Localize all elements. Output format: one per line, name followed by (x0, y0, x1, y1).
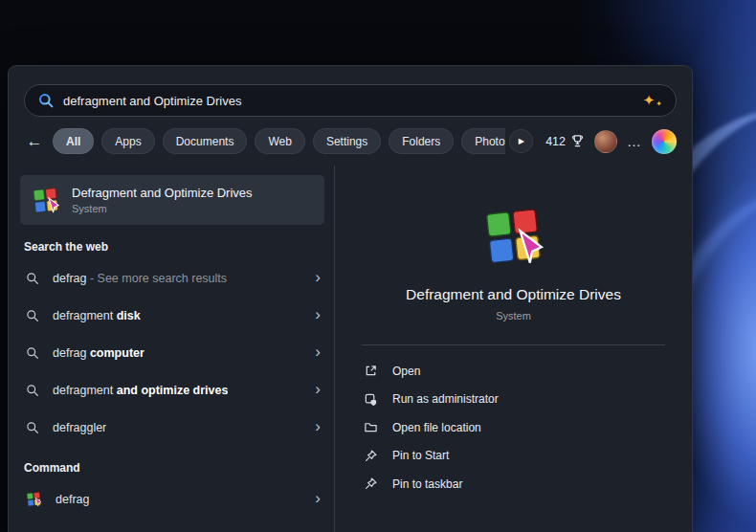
best-match-subtitle: System (72, 203, 253, 214)
command-text: defrag (56, 493, 89, 506)
preview-title: Defragment and Optimize Drives (406, 286, 621, 303)
search-results-area: Defragment and Optimize Drives System Se… (9, 166, 692, 532)
suggestion-bold: disk (117, 309, 141, 322)
search-input[interactable]: defragment and Optimize Drives ✦ ✦ (24, 84, 677, 117)
search-suggestion-icon (26, 309, 39, 322)
web-suggestion[interactable]: defrag - See more search results › (9, 259, 334, 297)
chevron-right-icon[interactable]: › (315, 269, 321, 287)
search-suggestion-icon (26, 346, 39, 360)
admin-shield-icon (364, 392, 378, 407)
defrag-command-icon (26, 491, 42, 507)
chevron-right-icon[interactable]: › (315, 418, 321, 436)
tab-label: Settings (326, 135, 367, 148)
action-pin-to-taskbar[interactable]: Pin to taskbar (364, 470, 663, 499)
header-right-cluster: 412 … (545, 129, 677, 154)
suggestion-prefix: defragment (53, 384, 117, 397)
folder-icon (364, 420, 378, 434)
section-header-command: Command (9, 461, 334, 475)
tab-label: All (66, 135, 80, 148)
preview-actions: Open Run as administrator Open file loca… (335, 355, 692, 500)
tab-label: Photos (475, 135, 505, 148)
sparkle-glyph-small: ✦ (656, 100, 662, 108)
web-suggestion[interactable]: defraggler › (9, 409, 334, 446)
suggestion-prefix: defrag (53, 346, 90, 360)
chevron-right-icon[interactable]: › (315, 344, 321, 362)
preview-divider (362, 344, 665, 345)
pin-icon (364, 449, 378, 463)
tab-photos[interactable]: Photos (461, 128, 505, 154)
command-result[interactable]: defrag › (9, 480, 334, 518)
tab-web[interactable]: Web (255, 128, 304, 154)
rewards-count: 412 (545, 135, 566, 148)
tab-label: Documents (176, 135, 234, 148)
action-label: Pin to taskbar (392, 477, 462, 491)
defrag-app-icon (32, 186, 60, 214)
best-match-result[interactable]: Defragment and Optimize Drives System (20, 175, 324, 225)
search-icon (38, 93, 54, 108)
play-icon: ▶ (519, 137, 524, 145)
tab-all[interactable]: All (53, 128, 94, 154)
web-suggestion[interactable]: defragment and optimize drives › (9, 371, 334, 409)
web-suggestion[interactable]: defrag computer › (9, 334, 334, 371)
trophy-icon (570, 134, 585, 148)
preview-subtitle: System (496, 310, 531, 321)
suggestion-text: defrag - See more search results (53, 272, 227, 285)
more-options-icon[interactable]: … (627, 133, 642, 149)
suggestion-prefix: defraggler (53, 421, 106, 434)
suggestion-prefix: defrag (53, 272, 86, 285)
tabs-overflow-button[interactable]: ▶ (509, 129, 533, 153)
defrag-app-icon-large (482, 204, 545, 267)
action-run-as-admin[interactable]: Run as administrator (364, 386, 663, 414)
tab-settings[interactable]: Settings (313, 128, 381, 154)
action-open-file-location[interactable]: Open file location (364, 413, 663, 442)
command-label: defrag (56, 493, 89, 506)
best-match-title: Defragment and Optimize Drives (72, 186, 253, 200)
tab-label: Apps (115, 135, 141, 148)
search-suggestion-icon (26, 421, 39, 434)
best-match-text: Defragment and Optimize Drives System (72, 186, 253, 214)
tab-label: Web (268, 135, 291, 148)
pin-icon (364, 477, 378, 491)
action-label: Pin to Start (392, 449, 449, 462)
suggestion-prefix: defragment (53, 309, 117, 322)
copilot-icon[interactable] (652, 129, 677, 154)
suggestion-text: defragment disk (53, 309, 141, 322)
action-open[interactable]: Open (364, 357, 663, 386)
search-flyout-window: defragment and Optimize Drives ✦ ✦ ← All… (8, 65, 693, 532)
action-label: Open (392, 365, 420, 378)
chevron-right-icon[interactable]: › (315, 306, 321, 324)
tab-label: Folders (402, 135, 440, 148)
action-label: Open file location (392, 421, 481, 434)
search-query-text[interactable]: defragment and Optimize Drives (63, 94, 634, 108)
suggestion-text: defraggler (53, 421, 106, 434)
results-list: Defragment and Optimize Drives System Se… (9, 166, 335, 532)
suggestion-text: defragment and optimize drives (53, 384, 228, 397)
filter-bar: ← All Apps Documents Web Settings Folder… (9, 117, 692, 166)
preview-pane: Defragment and Optimize Drives System Op… (335, 166, 692, 532)
open-icon (364, 364, 378, 378)
sparkle-glyph: ✦ (643, 93, 656, 107)
suggestion-note: - See more search results (86, 272, 227, 285)
back-arrow-icon[interactable]: ← (24, 132, 45, 151)
tab-folders[interactable]: Folders (389, 128, 454, 154)
suggestion-bold: computer (90, 346, 145, 360)
suggestion-bold: and optimize drives (117, 384, 229, 397)
rewards-counter[interactable]: 412 (545, 134, 585, 148)
search-suggestion-icon (26, 272, 39, 285)
user-avatar[interactable] (594, 130, 617, 153)
search-suggestion-icon (26, 384, 39, 397)
suggestion-text: defrag computer (53, 346, 145, 360)
bing-sparkle-icon[interactable]: ✦ ✦ (643, 93, 662, 108)
action-label: Run as administrator (392, 392, 499, 406)
action-pin-to-start[interactable]: Pin to Start (364, 442, 663, 471)
chevron-right-icon[interactable]: › (315, 381, 321, 399)
tab-apps[interactable]: Apps (101, 128, 154, 154)
tab-documents[interactable]: Documents (163, 128, 248, 154)
chevron-right-icon[interactable]: › (315, 490, 321, 508)
web-suggestion[interactable]: defragment disk › (9, 297, 334, 334)
section-header-web: Search the web (9, 240, 334, 254)
